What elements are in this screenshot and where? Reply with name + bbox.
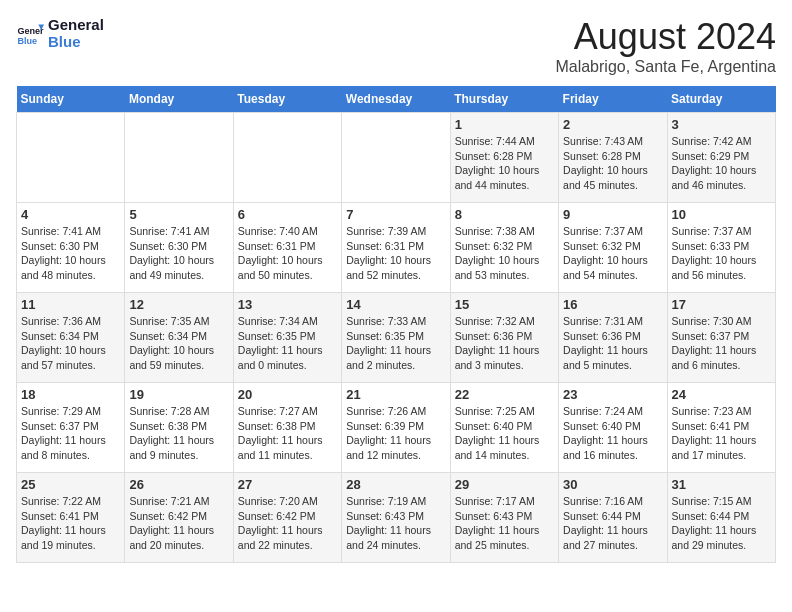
day-info: Sunrise: 7:35 AM Sunset: 6:34 PM Dayligh…	[129, 314, 228, 373]
column-header-monday: Monday	[125, 86, 233, 113]
day-number: 23	[563, 387, 662, 402]
day-number: 2	[563, 117, 662, 132]
day-number: 27	[238, 477, 337, 492]
day-info: Sunrise: 7:22 AM Sunset: 6:41 PM Dayligh…	[21, 494, 120, 553]
page-title: August 2024	[555, 16, 776, 58]
day-number: 19	[129, 387, 228, 402]
logo-icon: General Blue	[16, 19, 44, 47]
logo-line1: General	[48, 16, 104, 33]
day-number: 8	[455, 207, 554, 222]
week-row-4: 18Sunrise: 7:29 AM Sunset: 6:37 PM Dayli…	[17, 383, 776, 473]
day-info: Sunrise: 7:40 AM Sunset: 6:31 PM Dayligh…	[238, 224, 337, 283]
day-info: Sunrise: 7:41 AM Sunset: 6:30 PM Dayligh…	[129, 224, 228, 283]
day-cell-4: 4Sunrise: 7:41 AM Sunset: 6:30 PM Daylig…	[17, 203, 125, 293]
day-number: 10	[672, 207, 771, 222]
day-info: Sunrise: 7:20 AM Sunset: 6:42 PM Dayligh…	[238, 494, 337, 553]
empty-cell	[17, 113, 125, 203]
day-info: Sunrise: 7:21 AM Sunset: 6:42 PM Dayligh…	[129, 494, 228, 553]
day-number: 15	[455, 297, 554, 312]
day-cell-21: 21Sunrise: 7:26 AM Sunset: 6:39 PM Dayli…	[342, 383, 450, 473]
day-info: Sunrise: 7:23 AM Sunset: 6:41 PM Dayligh…	[672, 404, 771, 463]
day-number: 5	[129, 207, 228, 222]
day-info: Sunrise: 7:17 AM Sunset: 6:43 PM Dayligh…	[455, 494, 554, 553]
day-info: Sunrise: 7:26 AM Sunset: 6:39 PM Dayligh…	[346, 404, 445, 463]
day-info: Sunrise: 7:16 AM Sunset: 6:44 PM Dayligh…	[563, 494, 662, 553]
logo: General Blue General Blue	[16, 16, 104, 50]
day-cell-12: 12Sunrise: 7:35 AM Sunset: 6:34 PM Dayli…	[125, 293, 233, 383]
column-header-sunday: Sunday	[17, 86, 125, 113]
day-number: 4	[21, 207, 120, 222]
day-info: Sunrise: 7:31 AM Sunset: 6:36 PM Dayligh…	[563, 314, 662, 373]
day-info: Sunrise: 7:37 AM Sunset: 6:33 PM Dayligh…	[672, 224, 771, 283]
day-cell-6: 6Sunrise: 7:40 AM Sunset: 6:31 PM Daylig…	[233, 203, 341, 293]
day-info: Sunrise: 7:43 AM Sunset: 6:28 PM Dayligh…	[563, 134, 662, 193]
column-header-friday: Friday	[559, 86, 667, 113]
day-info: Sunrise: 7:38 AM Sunset: 6:32 PM Dayligh…	[455, 224, 554, 283]
week-row-5: 25Sunrise: 7:22 AM Sunset: 6:41 PM Dayli…	[17, 473, 776, 563]
day-cell-3: 3Sunrise: 7:42 AM Sunset: 6:29 PM Daylig…	[667, 113, 775, 203]
day-number: 26	[129, 477, 228, 492]
day-number: 14	[346, 297, 445, 312]
day-cell-31: 31Sunrise: 7:15 AM Sunset: 6:44 PM Dayli…	[667, 473, 775, 563]
day-cell-15: 15Sunrise: 7:32 AM Sunset: 6:36 PM Dayli…	[450, 293, 558, 383]
day-cell-17: 17Sunrise: 7:30 AM Sunset: 6:37 PM Dayli…	[667, 293, 775, 383]
day-info: Sunrise: 7:33 AM Sunset: 6:35 PM Dayligh…	[346, 314, 445, 373]
day-number: 25	[21, 477, 120, 492]
logo-line2: Blue	[48, 33, 104, 50]
day-info: Sunrise: 7:44 AM Sunset: 6:28 PM Dayligh…	[455, 134, 554, 193]
day-info: Sunrise: 7:37 AM Sunset: 6:32 PM Dayligh…	[563, 224, 662, 283]
day-info: Sunrise: 7:42 AM Sunset: 6:29 PM Dayligh…	[672, 134, 771, 193]
day-cell-18: 18Sunrise: 7:29 AM Sunset: 6:37 PM Dayli…	[17, 383, 125, 473]
day-number: 11	[21, 297, 120, 312]
day-number: 28	[346, 477, 445, 492]
day-info: Sunrise: 7:36 AM Sunset: 6:34 PM Dayligh…	[21, 314, 120, 373]
empty-cell	[125, 113, 233, 203]
empty-cell	[233, 113, 341, 203]
column-header-thursday: Thursday	[450, 86, 558, 113]
day-info: Sunrise: 7:39 AM Sunset: 6:31 PM Dayligh…	[346, 224, 445, 283]
day-info: Sunrise: 7:28 AM Sunset: 6:38 PM Dayligh…	[129, 404, 228, 463]
day-number: 16	[563, 297, 662, 312]
day-info: Sunrise: 7:29 AM Sunset: 6:37 PM Dayligh…	[21, 404, 120, 463]
day-cell-22: 22Sunrise: 7:25 AM Sunset: 6:40 PM Dayli…	[450, 383, 558, 473]
day-number: 22	[455, 387, 554, 402]
week-row-2: 4Sunrise: 7:41 AM Sunset: 6:30 PM Daylig…	[17, 203, 776, 293]
day-number: 24	[672, 387, 771, 402]
day-number: 7	[346, 207, 445, 222]
week-row-1: 1Sunrise: 7:44 AM Sunset: 6:28 PM Daylig…	[17, 113, 776, 203]
day-cell-7: 7Sunrise: 7:39 AM Sunset: 6:31 PM Daylig…	[342, 203, 450, 293]
day-number: 21	[346, 387, 445, 402]
day-number: 13	[238, 297, 337, 312]
day-cell-16: 16Sunrise: 7:31 AM Sunset: 6:36 PM Dayli…	[559, 293, 667, 383]
day-number: 9	[563, 207, 662, 222]
day-cell-8: 8Sunrise: 7:38 AM Sunset: 6:32 PM Daylig…	[450, 203, 558, 293]
day-number: 31	[672, 477, 771, 492]
day-cell-25: 25Sunrise: 7:22 AM Sunset: 6:41 PM Dayli…	[17, 473, 125, 563]
day-cell-27: 27Sunrise: 7:20 AM Sunset: 6:42 PM Dayli…	[233, 473, 341, 563]
day-cell-10: 10Sunrise: 7:37 AM Sunset: 6:33 PM Dayli…	[667, 203, 775, 293]
day-info: Sunrise: 7:34 AM Sunset: 6:35 PM Dayligh…	[238, 314, 337, 373]
day-info: Sunrise: 7:41 AM Sunset: 6:30 PM Dayligh…	[21, 224, 120, 283]
calendar-table: SundayMondayTuesdayWednesdayThursdayFrid…	[16, 86, 776, 563]
day-number: 17	[672, 297, 771, 312]
day-number: 18	[21, 387, 120, 402]
day-number: 3	[672, 117, 771, 132]
page-subtitle: Malabrigo, Santa Fe, Argentina	[555, 58, 776, 76]
day-number: 1	[455, 117, 554, 132]
day-number: 6	[238, 207, 337, 222]
day-number: 20	[238, 387, 337, 402]
day-info: Sunrise: 7:27 AM Sunset: 6:38 PM Dayligh…	[238, 404, 337, 463]
day-cell-9: 9Sunrise: 7:37 AM Sunset: 6:32 PM Daylig…	[559, 203, 667, 293]
day-info: Sunrise: 7:30 AM Sunset: 6:37 PM Dayligh…	[672, 314, 771, 373]
day-cell-24: 24Sunrise: 7:23 AM Sunset: 6:41 PM Dayli…	[667, 383, 775, 473]
day-cell-5: 5Sunrise: 7:41 AM Sunset: 6:30 PM Daylig…	[125, 203, 233, 293]
day-cell-11: 11Sunrise: 7:36 AM Sunset: 6:34 PM Dayli…	[17, 293, 125, 383]
week-row-3: 11Sunrise: 7:36 AM Sunset: 6:34 PM Dayli…	[17, 293, 776, 383]
day-cell-2: 2Sunrise: 7:43 AM Sunset: 6:28 PM Daylig…	[559, 113, 667, 203]
day-cell-23: 23Sunrise: 7:24 AM Sunset: 6:40 PM Dayli…	[559, 383, 667, 473]
day-info: Sunrise: 7:15 AM Sunset: 6:44 PM Dayligh…	[672, 494, 771, 553]
day-cell-14: 14Sunrise: 7:33 AM Sunset: 6:35 PM Dayli…	[342, 293, 450, 383]
day-info: Sunrise: 7:19 AM Sunset: 6:43 PM Dayligh…	[346, 494, 445, 553]
title-block: August 2024 Malabrigo, Santa Fe, Argenti…	[555, 16, 776, 76]
column-header-wednesday: Wednesday	[342, 86, 450, 113]
